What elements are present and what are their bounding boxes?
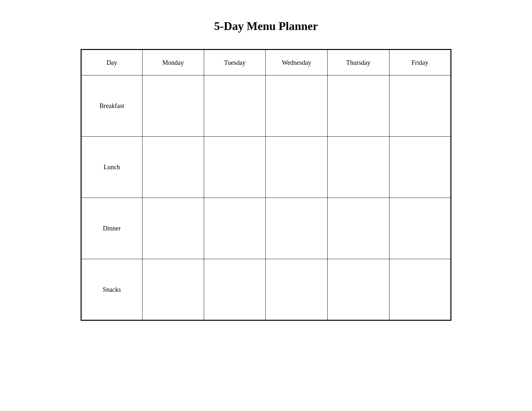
lunch-label: Lunch: [81, 137, 143, 198]
breakfast-monday[interactable]: [142, 75, 204, 137]
snacks-row: Snacks: [81, 259, 451, 320]
friday-header: Friday: [389, 50, 451, 75]
breakfast-row: Breakfast: [81, 75, 451, 137]
breakfast-wednesday[interactable]: [266, 75, 328, 137]
dinner-friday[interactable]: [389, 198, 451, 259]
lunch-tuesday[interactable]: [204, 137, 266, 198]
header-row: Day Monday Tuesday Wednesday Thursday Fr…: [81, 50, 451, 75]
dinner-monday[interactable]: [142, 198, 204, 259]
lunch-monday[interactable]: [142, 137, 204, 198]
snacks-tuesday[interactable]: [204, 259, 266, 320]
menu-planner-table: Day Monday Tuesday Wednesday Thursday Fr…: [81, 49, 451, 321]
breakfast-friday[interactable]: [389, 75, 451, 137]
snacks-label: Snacks: [81, 259, 143, 320]
monday-header: Monday: [142, 50, 204, 75]
lunch-friday[interactable]: [389, 137, 451, 198]
snacks-monday[interactable]: [142, 259, 204, 320]
snacks-thursday[interactable]: [328, 259, 389, 320]
tuesday-header: Tuesday: [204, 50, 266, 75]
day-column-header: Day: [81, 50, 143, 75]
lunch-thursday[interactable]: [328, 137, 389, 198]
lunch-row: Lunch: [81, 137, 451, 198]
snacks-wednesday[interactable]: [266, 259, 328, 320]
breakfast-label: Breakfast: [81, 75, 143, 137]
dinner-row: Dinner: [81, 198, 451, 259]
thursday-header: Thursday: [328, 50, 389, 75]
page-title: 5-Day Menu Planner: [214, 19, 318, 33]
wednesday-header: Wednesday: [266, 50, 328, 75]
breakfast-thursday[interactable]: [328, 75, 389, 137]
lunch-wednesday[interactable]: [266, 137, 328, 198]
dinner-thursday[interactable]: [328, 198, 389, 259]
breakfast-tuesday[interactable]: [204, 75, 266, 137]
dinner-label: Dinner: [81, 198, 143, 259]
dinner-tuesday[interactable]: [204, 198, 266, 259]
snacks-friday[interactable]: [389, 259, 451, 320]
dinner-wednesday[interactable]: [266, 198, 328, 259]
